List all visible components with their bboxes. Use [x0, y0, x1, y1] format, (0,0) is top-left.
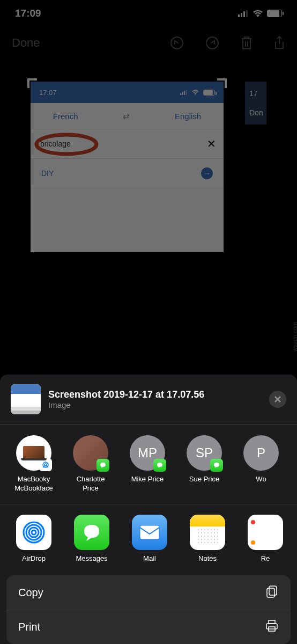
- copy-action[interactable]: Copy: [6, 575, 291, 610]
- copy-icon: [265, 584, 279, 601]
- app-name: Notes: [198, 554, 217, 562]
- svg-point-13: [32, 530, 36, 535]
- avatar: [16, 435, 51, 471]
- app-partial[interactable]: Re: [244, 515, 286, 562]
- messages-badge-icon: [153, 459, 166, 472]
- contact-name: MacBooky McBookface: [13, 475, 55, 493]
- notes-icon: [190, 515, 225, 550]
- contact-name: Wo: [256, 475, 266, 484]
- messages-badge-icon: [210, 459, 223, 472]
- airdrop-icon: [16, 515, 51, 550]
- close-button[interactable]: [269, 391, 286, 408]
- share-subtitle: Image: [48, 400, 262, 409]
- avatar: SP: [187, 435, 222, 471]
- contact-charlotte[interactable]: Charlotte Price: [70, 435, 112, 493]
- contact-mike[interactable]: MP Mike Price: [127, 435, 168, 493]
- contact-partial[interactable]: P Wo: [240, 435, 282, 493]
- svg-rect-18: [269, 586, 277, 595]
- svg-rect-19: [267, 588, 274, 597]
- airdrop-contacts-row[interactable]: MacBooky McBookface Charlotte Price MP M…: [0, 425, 297, 504]
- avatar: MP: [130, 435, 165, 471]
- contact-name: Charlotte Price: [70, 475, 112, 493]
- messages-icon: [74, 515, 109, 550]
- svg-point-14: [29, 528, 39, 537]
- svg-rect-20: [269, 620, 275, 624]
- action-label: Print: [18, 621, 40, 633]
- watermark: wsxdn.com: [292, 322, 297, 352]
- share-thumbnail: [11, 384, 41, 414]
- app-name: Re: [261, 554, 270, 562]
- close-icon: [274, 396, 281, 403]
- contact-macbook[interactable]: MacBooky McBookface: [13, 435, 55, 493]
- contact-name: Mike Price: [131, 475, 164, 484]
- app-messages[interactable]: Messages: [71, 515, 113, 562]
- avatar: [73, 435, 108, 471]
- apps-row[interactable]: AirDrop Messages Mail Notes Re: [0, 504, 297, 573]
- avatar: P: [243, 435, 279, 471]
- svg-rect-21: [266, 624, 277, 629]
- app-name: AirDrop: [22, 554, 46, 562]
- mail-icon: [132, 515, 167, 550]
- app-mail[interactable]: Mail: [129, 515, 170, 562]
- airdrop-badge-icon: [39, 458, 52, 471]
- messages-badge-icon: [96, 459, 109, 472]
- app-name: Mail: [143, 554, 156, 562]
- print-action[interactable]: Print: [6, 610, 291, 644]
- share-title: Screenshot 2019-12-17 at 17.07.56: [48, 389, 262, 400]
- app-airdrop[interactable]: AirDrop: [13, 515, 55, 562]
- contact-name: Sue Price: [189, 475, 219, 484]
- reminders-icon: [248, 515, 283, 550]
- contact-sue[interactable]: SP Sue Price: [183, 435, 225, 493]
- actions-list: Copy Print: [6, 575, 291, 644]
- print-icon: [265, 619, 279, 635]
- share-sheet: Screenshot 2019-12-17 at 17.07.56 Image …: [0, 375, 297, 644]
- action-label: Copy: [18, 587, 43, 599]
- app-name: Messages: [76, 554, 107, 562]
- app-notes[interactable]: Notes: [187, 515, 228, 562]
